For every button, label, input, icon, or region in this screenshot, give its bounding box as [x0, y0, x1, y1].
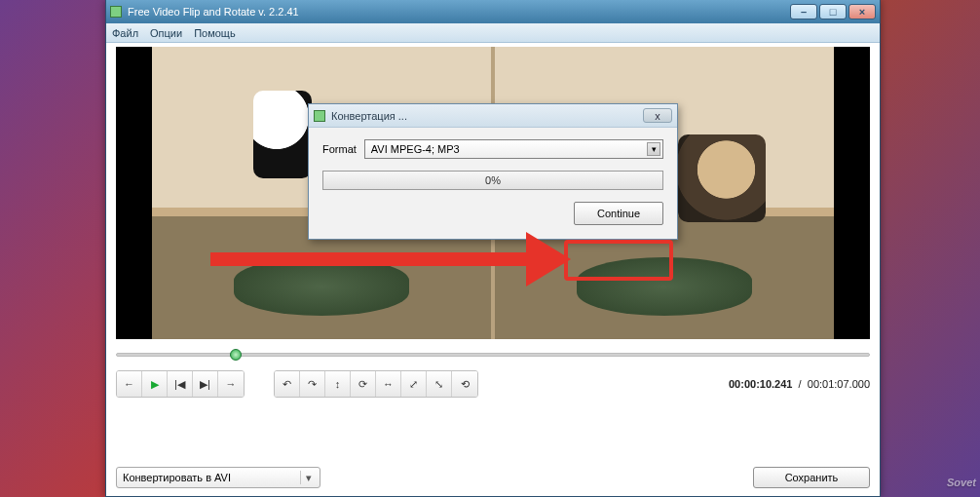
timecode: 00:00:10.241 / 00:01:07.000: [729, 378, 870, 390]
progress-text: 0%: [485, 174, 501, 186]
diag1-button[interactable]: ⤢: [401, 371, 427, 397]
chevron-down-icon: ▾: [647, 142, 660, 156]
minimize-button[interactable]: –: [790, 4, 817, 19]
time-total: 00:01:07.000: [808, 378, 870, 390]
titlebar[interactable]: Free Video Flip and Rotate v. 2.2.41 – □…: [106, 0, 880, 23]
format-label: Format: [322, 143, 357, 155]
format-select[interactable]: AVI MPEG-4; MP3 ▾: [364, 139, 663, 159]
back-button[interactable]: ←: [117, 371, 142, 397]
flip-h-button[interactable]: ↔: [376, 371, 401, 397]
dialog-title: Конвертация ...: [331, 110, 407, 122]
menu-help[interactable]: Помощь: [194, 27, 236, 39]
dialog-app-icon: [314, 110, 325, 122]
reset-button[interactable]: ⟲: [452, 371, 477, 397]
rotate-ccw-button[interactable]: ↶: [275, 371, 300, 397]
diag2-button[interactable]: ⤡: [427, 371, 452, 397]
convert-format-combo[interactable]: Конвертировать в AVI ▾: [116, 467, 320, 488]
transport-group: ← ▶ |◀ ▶| →: [116, 370, 245, 398]
next-button[interactable]: ▶|: [193, 371, 218, 397]
prev-button[interactable]: |◀: [168, 371, 193, 397]
menu-file[interactable]: Файл: [112, 27, 138, 39]
timeline-knob[interactable]: [230, 349, 242, 361]
app-window: Free Video Flip and Rotate v. 2.2.41 – □…: [105, 0, 881, 497]
app-icon: [110, 6, 122, 18]
maximize-button[interactable]: □: [819, 4, 847, 19]
menu-options[interactable]: Опции: [150, 27, 182, 39]
chevron-down-icon: ▾: [300, 471, 316, 484]
conversion-dialog: Конвертация ... x Format AVI MPEG-4; MP3…: [308, 103, 678, 240]
menubar: Файл Опции Помощь: [106, 23, 880, 43]
toolbar: ← ▶ |◀ ▶| → ↶ ↷ ↕ ⟳ ↔ ⤢ ⤡ ⟲ 00:00:10.241…: [116, 370, 870, 398]
rotate-cw-button[interactable]: ↷: [300, 371, 325, 397]
rotate-180-button[interactable]: ⟳: [351, 371, 376, 397]
fwd-button[interactable]: →: [218, 371, 244, 397]
dialog-close-button[interactable]: x: [643, 108, 672, 123]
play-button[interactable]: ▶: [142, 371, 168, 397]
convert-format-value: Конвертировать в AVI: [123, 472, 231, 483]
save-button[interactable]: Сохранить: [753, 467, 870, 488]
window-title: Free Video Flip and Rotate v. 2.2.41: [128, 6, 299, 18]
close-button[interactable]: ×: [848, 4, 876, 19]
progress-bar: 0%: [322, 171, 663, 190]
flip-v-button[interactable]: ↕: [325, 371, 351, 397]
continue-button[interactable]: Continue: [574, 202, 663, 225]
preview-pane-right: [678, 134, 766, 222]
time-current: 00:00:10.241: [729, 378, 792, 390]
format-value: AVI MPEG-4; MP3: [371, 143, 460, 155]
rotate-group: ↶ ↷ ↕ ⟳ ↔ ⤢ ⤡ ⟲: [274, 370, 478, 398]
dialog-titlebar[interactable]: Конвертация ... x: [309, 104, 677, 128]
timeline[interactable]: [116, 347, 870, 363]
preview-pane-left: [253, 91, 312, 178]
